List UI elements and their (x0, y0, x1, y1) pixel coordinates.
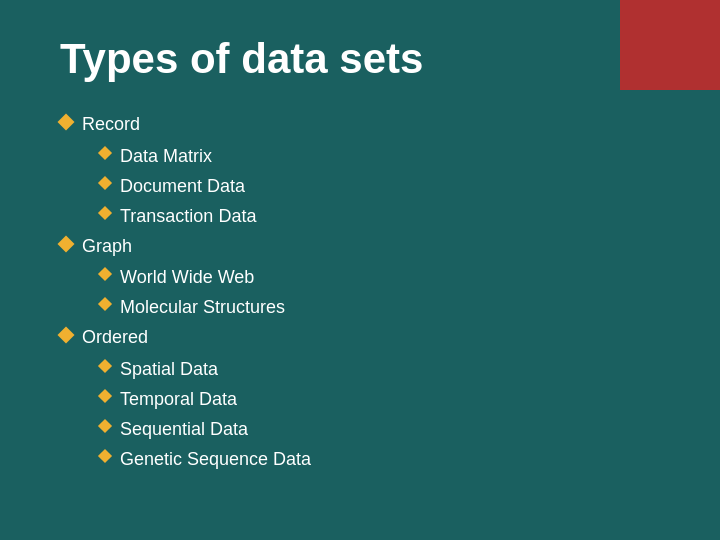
red-accent-decoration (620, 0, 720, 90)
label-ordered: Ordered (82, 324, 148, 352)
label-document-data: Document Data (120, 173, 245, 201)
label-data-matrix: Data Matrix (120, 143, 212, 171)
list-item-genetic-sequence-data: Genetic Sequence Data (100, 446, 670, 474)
list-item-data-matrix: Data Matrix (100, 143, 670, 171)
bullet-spatial-data (98, 359, 112, 373)
label-genetic-sequence-data: Genetic Sequence Data (120, 446, 311, 474)
bullet-sequential-data (98, 419, 112, 433)
label-record: Record (82, 111, 140, 139)
bullet-graph (58, 235, 75, 252)
bullet-transaction-data (98, 206, 112, 220)
content-list: Record Data Matrix Document Data Transac… (60, 111, 670, 474)
bullet-document-data (98, 176, 112, 190)
label-graph: Graph (82, 233, 132, 261)
list-item-document-data: Document Data (100, 173, 670, 201)
label-molecular-structures: Molecular Structures (120, 294, 285, 322)
list-item-ordered: Ordered (60, 324, 670, 352)
slide-title: Types of data sets (60, 35, 670, 83)
list-item-graph: Graph (60, 233, 670, 261)
bullet-data-matrix (98, 146, 112, 160)
list-item-transaction-data: Transaction Data (100, 203, 670, 231)
label-transaction-data: Transaction Data (120, 203, 256, 231)
slide: Types of data sets Record Data Matrix Do… (0, 0, 720, 540)
label-sequential-data: Sequential Data (120, 416, 248, 444)
bullet-world-wide-web (98, 267, 112, 281)
list-item-temporal-data: Temporal Data (100, 386, 670, 414)
list-item-spatial-data: Spatial Data (100, 356, 670, 384)
list-item-world-wide-web: World Wide Web (100, 264, 670, 292)
bullet-ordered (58, 327, 75, 344)
bullet-temporal-data (98, 389, 112, 403)
bullet-molecular-structures (98, 297, 112, 311)
list-item-molecular-structures: Molecular Structures (100, 294, 670, 322)
bullet-genetic-sequence-data (98, 449, 112, 463)
list-item-sequential-data: Sequential Data (100, 416, 670, 444)
bullet-record (58, 114, 75, 131)
list-item-record: Record (60, 111, 670, 139)
label-spatial-data: Spatial Data (120, 356, 218, 384)
label-temporal-data: Temporal Data (120, 386, 237, 414)
label-world-wide-web: World Wide Web (120, 264, 254, 292)
